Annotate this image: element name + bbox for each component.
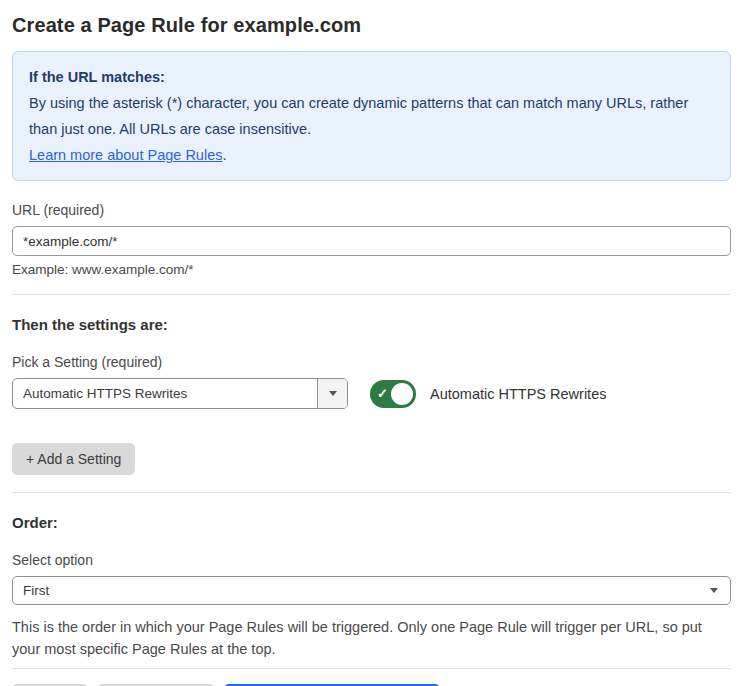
url-matches-info-box: If the URL matches: By using the asteris…: [12, 51, 731, 181]
info-box-link-line: Learn more about Page Rules.: [29, 142, 714, 168]
setting-row: Automatic HTTPS Rewrites ✓ Automatic HTT…: [12, 378, 731, 409]
divider: [12, 294, 731, 295]
divider: [12, 668, 731, 669]
setting-dropdown-value: Automatic HTTPS Rewrites: [13, 379, 317, 408]
order-select-value: First: [23, 583, 49, 598]
setting-dropdown-button[interactable]: [317, 379, 347, 408]
info-box-body: By using the asterisk (*) character, you…: [29, 90, 714, 142]
toggle-label: Automatic HTTPS Rewrites: [430, 386, 606, 402]
settings-section-heading: Then the settings are:: [12, 316, 731, 333]
setting-dropdown[interactable]: Automatic HTTPS Rewrites: [12, 378, 348, 409]
order-helper-text: This is the order in which your Page Rul…: [12, 616, 727, 660]
divider: [12, 492, 731, 493]
order-select[interactable]: First: [12, 576, 731, 605]
url-field-label: URL (required): [12, 202, 731, 218]
create-page-rule-form: Create a Page Rule for example.com If th…: [0, 14, 743, 686]
pick-setting-label: Pick a Setting (required): [12, 354, 731, 370]
checkmark-icon: ✓: [377, 386, 388, 399]
link-suffix: .: [222, 147, 226, 163]
automatic-https-rewrites-toggle[interactable]: ✓: [370, 380, 416, 408]
toggle-knob: [391, 383, 413, 405]
info-box-heading: If the URL matches:: [29, 64, 714, 90]
learn-more-link[interactable]: Learn more about Page Rules: [29, 147, 222, 163]
chevron-down-icon: [329, 391, 337, 396]
order-select-label: Select option: [12, 552, 731, 568]
setting-toggle-group: ✓ Automatic HTTPS Rewrites: [370, 380, 606, 408]
page-title: Create a Page Rule for example.com: [12, 14, 731, 37]
order-section-heading: Order:: [12, 514, 731, 531]
chevron-down-icon: [710, 588, 718, 593]
url-input[interactable]: [12, 226, 731, 256]
url-helper-text: Example: www.example.com/*: [12, 262, 731, 277]
add-setting-button[interactable]: + Add a Setting: [12, 443, 135, 475]
